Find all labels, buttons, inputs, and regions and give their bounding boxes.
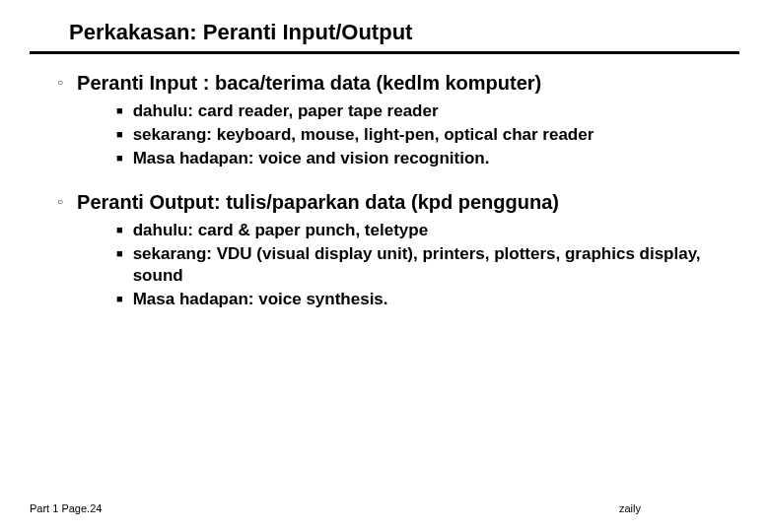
list-item-text: Masa hadapan: voice and vision recogniti… (133, 148, 490, 169)
bullet-square-icon: ■ (116, 100, 123, 120)
list-item-text: dahulu: card & paper punch, teletype (133, 220, 428, 241)
list-item-text: sekarang: VDU (visual display unit), pri… (133, 243, 715, 287)
list-item: ■ dahulu: card & paper punch, teletype (116, 220, 739, 241)
list-item-text: sekarang: keyboard, mouse, light-pen, op… (133, 124, 594, 146)
section-heading-row: ○ Peranti Input : baca/terima data (kedl… (57, 72, 739, 95)
list-item: ■ dahulu: card reader, paper tape reader (116, 100, 739, 122)
list-item-text: Masa hadapan: voice synthesis. (133, 289, 388, 310)
slide: Perkakasan: Peranti Input/Output ○ Peran… (0, 0, 769, 310)
slide-title: Perkakasan: Peranti Input/Output (69, 20, 739, 45)
list-item: ■ Masa hadapan: voice synthesis. (116, 289, 739, 310)
list-item: ■ Masa hadapan: voice and vision recogni… (116, 148, 739, 169)
footer-page: Part 1 Page.24 (30, 502, 102, 514)
bullet-square-icon: ■ (116, 243, 123, 263)
bullet-list: ■ dahulu: card & paper punch, teletype ■… (116, 220, 739, 310)
section-heading: Peranti Output: tulis/paparkan data (kpd… (77, 191, 559, 214)
section-heading: Peranti Input : baca/terima data (kedlm … (77, 72, 541, 95)
list-item-text: dahulu: card reader, paper tape reader (133, 100, 439, 122)
title-wrap: Perkakasan: Peranti Input/Output (69, 20, 739, 45)
bullet-square-icon: ■ (116, 148, 123, 167)
section-output: ○ Peranti Output: tulis/paparkan data (k… (57, 191, 739, 310)
bullet-circle-icon: ○ (57, 72, 63, 94)
bullet-circle-icon: ○ (57, 191, 63, 213)
list-item: ■ sekarang: VDU (visual display unit), p… (116, 243, 739, 287)
bullet-square-icon: ■ (116, 124, 123, 144)
footer-author: zaily (619, 502, 641, 514)
bullet-list: ■ dahulu: card reader, paper tape reader… (116, 100, 739, 169)
bullet-square-icon: ■ (116, 220, 123, 239)
list-item: ■ sekarang: keyboard, mouse, light-pen, … (116, 124, 739, 146)
bullet-square-icon: ■ (116, 289, 123, 308)
title-underline (30, 51, 739, 54)
section-heading-row: ○ Peranti Output: tulis/paparkan data (k… (57, 191, 739, 214)
section-input: ○ Peranti Input : baca/terima data (kedl… (57, 72, 739, 169)
